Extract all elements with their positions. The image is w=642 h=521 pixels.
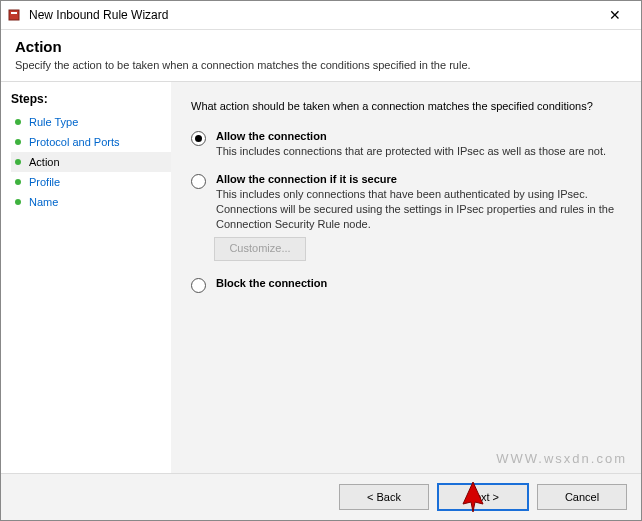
- back-button[interactable]: < Back: [339, 484, 429, 510]
- bullet-icon: [15, 199, 21, 205]
- footer: < Back Next > Cancel: [1, 473, 641, 520]
- step-profile[interactable]: Profile: [11, 172, 171, 192]
- customize-button: Customize...: [214, 237, 306, 261]
- svg-rect-1: [11, 12, 17, 14]
- wizard-window: New Inbound Rule Wizard ✕ Action Specify…: [0, 0, 642, 521]
- radio-icon[interactable]: [191, 174, 206, 189]
- svg-rect-0: [9, 10, 19, 20]
- cancel-button[interactable]: Cancel: [537, 484, 627, 510]
- page-title: Action: [15, 38, 627, 55]
- option-label: Allow the connection if it is secure: [216, 173, 621, 185]
- page-header: Action Specify the action to be taken wh…: [1, 30, 641, 82]
- step-action[interactable]: Action: [11, 152, 171, 172]
- bullet-icon: [15, 139, 21, 145]
- option-label: Allow the connection: [216, 130, 606, 142]
- option-allow-secure[interactable]: Allow the connection if it is secure Thi…: [191, 173, 621, 232]
- close-button[interactable]: ✕: [595, 1, 635, 29]
- step-label: Rule Type: [29, 116, 78, 128]
- back-label: < Back: [367, 491, 401, 503]
- step-rule-type[interactable]: Rule Type: [11, 112, 171, 132]
- body: Steps: Rule Type Protocol and Ports Acti…: [1, 82, 641, 473]
- option-allow[interactable]: Allow the connection This includes conne…: [191, 130, 621, 159]
- bullet-icon: [15, 159, 21, 165]
- radio-icon[interactable]: [191, 278, 206, 293]
- window-title: New Inbound Rule Wizard: [29, 8, 595, 22]
- titlebar: New Inbound Rule Wizard ✕: [1, 1, 641, 30]
- next-label: Next >: [467, 491, 499, 503]
- content-prompt: What action should be taken when a conne…: [191, 100, 621, 112]
- option-desc: This includes connections that are prote…: [216, 144, 606, 159]
- option-label: Block the connection: [216, 277, 327, 289]
- close-icon: ✕: [609, 7, 621, 23]
- content-pane: What action should be taken when a conne…: [171, 82, 641, 473]
- step-label: Name: [29, 196, 58, 208]
- step-label: Protocol and Ports: [29, 136, 120, 148]
- steps-sidebar: Steps: Rule Type Protocol and Ports Acti…: [1, 82, 171, 473]
- radio-icon[interactable]: [191, 131, 206, 146]
- bullet-icon: [15, 119, 21, 125]
- bullet-icon: [15, 179, 21, 185]
- steps-heading: Steps:: [11, 92, 171, 106]
- step-label: Profile: [29, 176, 60, 188]
- page-subtitle: Specify the action to be taken when a co…: [15, 59, 627, 71]
- cancel-label: Cancel: [565, 491, 599, 503]
- app-icon: [7, 7, 23, 23]
- step-name[interactable]: Name: [11, 192, 171, 212]
- step-label: Action: [29, 156, 60, 168]
- step-protocol-ports[interactable]: Protocol and Ports: [11, 132, 171, 152]
- option-block[interactable]: Block the connection: [191, 277, 621, 293]
- option-desc: This includes only connections that have…: [216, 187, 621, 232]
- next-button[interactable]: Next >: [437, 483, 529, 511]
